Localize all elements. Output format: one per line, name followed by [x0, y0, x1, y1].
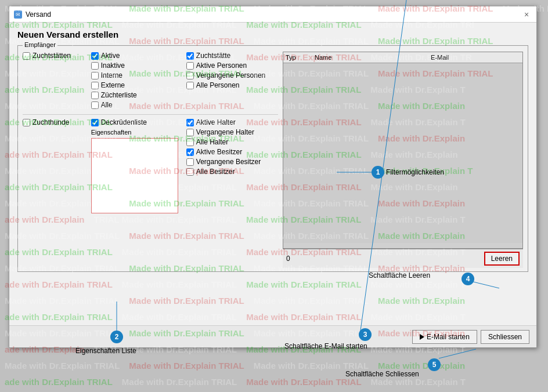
email-starten-label: E-Mail starten — [427, 333, 470, 341]
callout-4-number: 4 — [466, 275, 470, 283]
table-footer: 0 Leeren — [283, 249, 523, 268]
vergangene-personen-checkbox[interactable] — [186, 72, 194, 79]
play-icon — [420, 334, 424, 340]
inaktive-row: Inaktive — [91, 61, 183, 70]
zuchtstätte-row: Zuchtstätte — [186, 52, 278, 60]
aktive-halter-checkbox[interactable] — [186, 119, 194, 126]
alle-label: Alle — [101, 101, 113, 109]
callout-1-number: 1 — [376, 168, 380, 176]
züchterliste-checkbox[interactable] — [91, 92, 99, 99]
zuchtstätten-checkbox[interactable] — [23, 52, 30, 60]
window-icon: ✉ — [14, 10, 22, 19]
svg-line-4 — [439, 349, 476, 358]
alle-checkbox[interactable] — [91, 101, 99, 109]
alle-besitzer-checkbox[interactable] — [186, 168, 194, 176]
alle-row: Alle — [91, 101, 183, 109]
callout-2: 2 — [110, 331, 123, 343]
zuchthunde-checkbox[interactable] — [23, 119, 30, 126]
table-container: Typ Name E-Mail 0 Leeren — [283, 52, 523, 268]
annotation-4-label: Schaltfläche Leeren — [369, 271, 430, 280]
aktive-halter-label: Aktive Halter — [196, 118, 236, 126]
zuchtstätte-checkbox[interactable] — [186, 52, 194, 60]
alle-personen-row: Alle Personen — [186, 81, 278, 89]
annotation-3-label: Schaltfläche E-Mail starten — [284, 342, 367, 350]
title-bar: ✉ Versand × — [9, 6, 536, 23]
deckrüdenliste-checkbox[interactable] — [91, 119, 99, 126]
deckrüdenliste-row: Deckrüdenliste — [91, 118, 183, 126]
col-typ: Typ — [286, 54, 315, 61]
zuchtstätten-label: Zuchtstätten — [33, 52, 71, 60]
zuchthunde-label: Zuchthunde — [33, 118, 69, 126]
alle-halter-row: Alle Halter — [186, 138, 278, 146]
leeren-button[interactable]: Leeren — [484, 252, 520, 266]
inaktive-checkbox[interactable] — [91, 62, 99, 70]
externe-row: Externe — [91, 81, 183, 89]
deckrüdenliste-label: Deckrüdenliste — [101, 118, 147, 126]
zuchthunde-col3: Aktive Halter Vergangene Halter Alle Hal… — [186, 118, 278, 213]
callout-4: 4 — [462, 273, 474, 285]
vergangene-besitzer-row: Vergangene Besitzer — [186, 158, 278, 166]
zuchthunde-section: Zuchthunde Deckrüdenliste Eigenschaften — [23, 118, 278, 213]
col-email: E-Mail — [431, 54, 520, 61]
vergangene-besitzer-label: Vergangene Besitzer — [196, 158, 261, 166]
vergangene-personen-label: Vergangene Personen — [196, 71, 265, 79]
aktive-personen-row: Aktive Personen — [186, 61, 278, 70]
col1: Zuchtstätten — [23, 52, 88, 111]
bottom-bar: E-Mail starten Schliessen — [9, 325, 536, 347]
close-window-button[interactable]: × — [521, 9, 532, 20]
empfaenger-group: Empfänger Zuchtstätten — [17, 45, 528, 272]
checkboxes-top: Zuchtstätten Aktive Inaktive — [23, 52, 278, 111]
callout-5: 5 — [428, 358, 441, 371]
aktive-besitzer-row: Aktive Besitzer — [186, 148, 278, 156]
externe-label: Externe — [101, 81, 125, 89]
alle-personen-label: Alle Personen — [196, 81, 240, 89]
annotation-1-label: Filtermöglichkeiten — [386, 168, 444, 176]
züchterliste-label: Züchterliste — [101, 91, 137, 99]
window-title: Versand — [26, 10, 51, 19]
aktive-besitzer-label: Aktive Besitzer — [196, 148, 242, 156]
vergangene-halter-checkbox[interactable] — [186, 129, 194, 136]
alle-halter-checkbox[interactable] — [186, 139, 194, 146]
interne-row: Interne — [91, 71, 183, 79]
vergangene-besitzer-checkbox[interactable] — [186, 158, 194, 166]
section-divider — [23, 114, 278, 115]
eigenschaften-label-text: Eigenschaften — [91, 129, 183, 136]
left-side: Zuchtstätten Aktive Inaktive — [23, 52, 278, 268]
table-area: Typ Name E-Mail — [283, 52, 523, 249]
email-starten-button[interactable]: E-Mail starten — [412, 330, 477, 344]
annotation-2-label: Eigenschaften Liste — [75, 347, 136, 355]
interne-checkbox[interactable] — [91, 72, 99, 79]
alle-halter-label: Alle Halter — [196, 138, 228, 146]
alle-personen-checkbox[interactable] — [186, 82, 194, 89]
interne-label: Interne — [101, 71, 122, 79]
aktive-personen-checkbox[interactable] — [186, 62, 194, 70]
vergangene-halter-label: Vergangene Halter — [196, 128, 254, 136]
schliessen-button[interactable]: Schliessen — [481, 330, 529, 344]
dialog-body: Neuen Versand erstellen Empfänger Zuchts… — [9, 23, 536, 284]
zuchtstätte-label: Zuchtstätte — [196, 52, 230, 60]
table-body — [283, 63, 522, 243]
col-name: Name — [315, 54, 431, 61]
zuchtstätten-row: Zuchtstätten — [23, 52, 88, 60]
callout-2-number: 2 — [115, 333, 119, 341]
zuchthunde-col2: Deckrüdenliste Eigenschaften — [91, 118, 183, 213]
zuchthunde-row: Zuchthunde — [23, 118, 88, 126]
aktive-row: Aktive — [91, 52, 183, 60]
dialog-window: ✉ Versand × Neuen Versand erstellen Empf… — [9, 6, 537, 348]
vergangene-personen-row: Vergangene Personen — [186, 71, 278, 79]
züchterliste-row: Züchterliste — [91, 91, 183, 99]
aktive-halter-row: Aktive Halter — [186, 118, 278, 126]
callout-3-number: 3 — [363, 331, 367, 339]
title-bar-left: ✉ Versand — [14, 10, 51, 19]
aktive-checkbox[interactable] — [91, 52, 99, 60]
zuchthunde-col1: Zuchthunde — [23, 118, 88, 213]
callout-5-number: 5 — [432, 361, 437, 369]
vergangene-halter-row: Vergangene Halter — [186, 128, 278, 136]
externe-checkbox[interactable] — [91, 82, 99, 89]
inaktive-label: Inaktive — [101, 61, 125, 70]
callout-1: 1 — [372, 166, 384, 179]
empfaenger-label: Empfänger — [23, 41, 57, 48]
empfaenger-content: Zuchtstätten Aktive Inaktive — [23, 52, 523, 268]
properties-box — [91, 138, 178, 213]
aktive-besitzer-checkbox[interactable] — [186, 148, 194, 156]
